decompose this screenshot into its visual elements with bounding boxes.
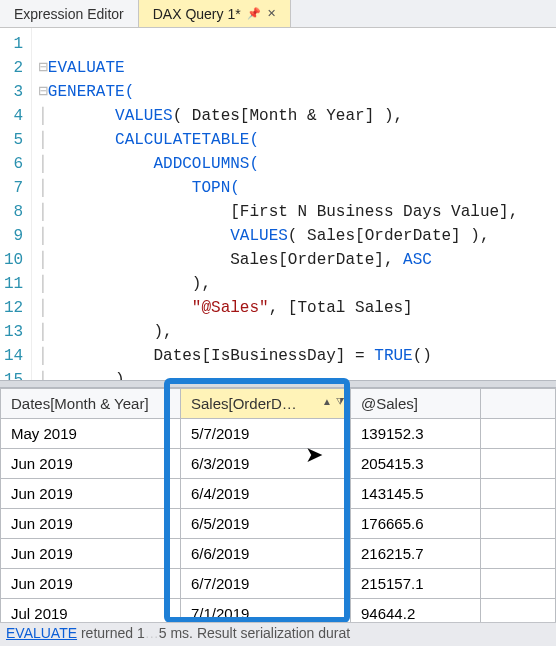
pin-icon[interactable]: 📌 <box>247 7 261 20</box>
col-header-label: Dates[Month & Year] <box>11 395 149 412</box>
col-header-sales[interactable]: @Sales] <box>351 389 481 419</box>
grid-body: May 20195/7/2019139152.3 Jun 20196/3/201… <box>1 419 556 629</box>
tab-bar: Expression Editor DAX Query 1* 📌 ✕ <box>0 0 556 28</box>
tab-expression-editor[interactable]: Expression Editor <box>0 0 139 27</box>
table-row[interactable]: May 20195/7/2019139152.3 <box>1 419 556 449</box>
header-row: Dates[Month & Year] Sales[OrderD… ▲ ⧩ @S… <box>1 389 556 419</box>
tab-label: Expression Editor <box>14 6 124 22</box>
status-bar: EVALUATE returned 1…5 ms. Result seriali… <box>0 622 556 646</box>
line-gutter: 123456789101112131415 <box>0 28 32 380</box>
sort-asc-icon: ▲ <box>322 396 332 407</box>
col-header-month-year[interactable]: Dates[Month & Year] <box>1 389 181 419</box>
splitter[interactable] <box>0 380 556 388</box>
code-editor[interactable]: 123456789101112131415 ⊟EVALUATE ⊟GENERAT… <box>0 28 556 380</box>
status-keyword: EVALUATE <box>6 625 77 641</box>
table-row[interactable]: Jun 20196/4/2019143145.5 <box>1 479 556 509</box>
close-icon[interactable]: ✕ <box>267 7 276 20</box>
tab-label: DAX Query 1* <box>153 6 241 22</box>
table-row[interactable]: Jun 20196/3/2019205415.3 <box>1 449 556 479</box>
col-header-blank <box>481 389 556 419</box>
table-row[interactable]: Jun 20196/7/2019215157.1 <box>1 569 556 599</box>
col-header-label: Sales[OrderD… <box>191 395 297 412</box>
results-grid-wrap: Dates[Month & Year] Sales[OrderD… ▲ ⧩ @S… <box>0 388 556 629</box>
table-row[interactable]: Jun 20196/6/2019216215.7 <box>1 539 556 569</box>
results-grid[interactable]: Dates[Month & Year] Sales[OrderD… ▲ ⧩ @S… <box>0 388 556 629</box>
tab-dax-query[interactable]: DAX Query 1* 📌 ✕ <box>139 0 291 27</box>
col-header-orderdate[interactable]: Sales[OrderD… ▲ ⧩ <box>181 389 351 419</box>
code-body[interactable]: ⊟EVALUATE ⊟GENERATE( │ VALUES( Dates[Mon… <box>32 28 524 380</box>
col-header-label: @Sales] <box>361 395 418 412</box>
table-row[interactable]: Jun 20196/5/2019176665.6 <box>1 509 556 539</box>
filter-icon[interactable]: ⧩ <box>336 396 344 408</box>
